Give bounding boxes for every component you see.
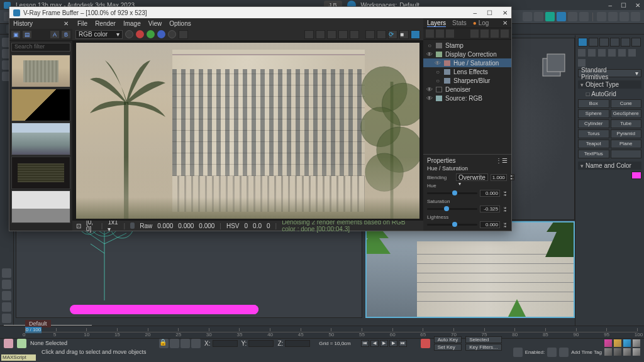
toolbar-icon[interactable] bbox=[568, 12, 577, 21]
nav-icon[interactable] bbox=[604, 339, 612, 347]
spin-down[interactable]: ▾ bbox=[509, 177, 514, 180]
y-field[interactable] bbox=[248, 340, 274, 347]
color-swatch[interactable] bbox=[631, 172, 641, 179]
layer-sharpen-blur[interactable]: ○Sharpen/Blur bbox=[423, 76, 511, 85]
sidebar-icon[interactable] bbox=[2, 280, 11, 289]
system-icon[interactable] bbox=[578, 59, 586, 67]
key-button[interactable] bbox=[421, 339, 430, 348]
history-thumb[interactable] bbox=[11, 55, 70, 87]
vfb-tool-icon[interactable] bbox=[316, 30, 325, 39]
menu-render[interactable]: Render bbox=[95, 20, 116, 27]
x-field[interactable] bbox=[213, 340, 238, 347]
layer-folder-icon[interactable] bbox=[436, 30, 444, 38]
history-thumb[interactable] bbox=[11, 156, 70, 189]
toolbar-icon[interactable] bbox=[608, 12, 618, 21]
primitive-cone[interactable]: Cone bbox=[611, 99, 642, 108]
layer-reset-icon[interactable] bbox=[491, 30, 499, 38]
setkey-button[interactable]: Set Key bbox=[434, 344, 462, 351]
helper-icon[interactable] bbox=[618, 49, 626, 57]
history-ab-icon[interactable]: A bbox=[50, 31, 59, 38]
nav-icon[interactable] bbox=[633, 339, 640, 347]
saturation-slider[interactable] bbox=[427, 208, 477, 210]
nav-icon[interactable] bbox=[614, 339, 621, 347]
min-button[interactable]: – bbox=[608, 2, 612, 9]
layer-denoiser[interactable]: 👁Denoiser bbox=[423, 85, 511, 94]
tab-layers[interactable]: Layers bbox=[427, 19, 446, 27]
layer-open-icon[interactable] bbox=[480, 30, 489, 38]
sidebar-icon[interactable] bbox=[2, 302, 11, 312]
nav-icon[interactable] bbox=[623, 348, 631, 356]
layer-del-icon[interactable] bbox=[446, 30, 454, 38]
layer-save-icon[interactable] bbox=[470, 30, 479, 38]
create-tab[interactable] bbox=[578, 38, 587, 47]
render-setup-icon[interactable] bbox=[545, 12, 555, 21]
layer-menu-icon[interactable] bbox=[501, 30, 509, 38]
nav-icon[interactable] bbox=[614, 348, 621, 356]
history-save-icon[interactable]: ▣ bbox=[11, 31, 20, 38]
layer-stamp[interactable]: ○Stamp bbox=[423, 41, 511, 50]
status-icon[interactable] bbox=[180, 339, 190, 348]
layer-hue-saturation[interactable]: 👁Hue / Saturation bbox=[423, 58, 511, 67]
motion-tab[interactable] bbox=[610, 38, 619, 47]
visibility-icon[interactable]: ○ bbox=[435, 69, 441, 75]
history-thumb[interactable] bbox=[11, 89, 70, 121]
visibility-icon[interactable]: 👁 bbox=[426, 86, 433, 93]
nav-icon[interactable] bbox=[604, 348, 612, 356]
close-button[interactable]: ✕ bbox=[635, 2, 640, 9]
keyfilters-button[interactable]: Key Filters… bbox=[465, 344, 502, 351]
red-toggle[interactable] bbox=[136, 30, 144, 38]
tab-log[interactable]: Log bbox=[473, 19, 489, 26]
status-icon[interactable] bbox=[191, 339, 201, 348]
layer-lens-effects[interactable]: ○Lens Effects bbox=[423, 67, 511, 76]
close-icon[interactable]: ✕ bbox=[502, 19, 508, 26]
selected-dropdown[interactable]: Selected bbox=[465, 336, 502, 343]
modify-tab[interactable] bbox=[589, 38, 598, 47]
history-thumb[interactable] bbox=[11, 123, 70, 155]
saturation-value[interactable]: -0.325 bbox=[480, 206, 500, 212]
light-icon[interactable] bbox=[598, 49, 606, 57]
category-dropdown[interactable]: Standard Primitives▾ bbox=[578, 69, 641, 77]
viewport-front[interactable] bbox=[16, 221, 362, 318]
viewport-shaded[interactable] bbox=[365, 221, 575, 318]
vfb-min-button[interactable]: – bbox=[473, 9, 477, 16]
scale-dropdown[interactable]: 1x1 ▾ bbox=[108, 219, 118, 233]
render-icon[interactable] bbox=[557, 12, 566, 21]
close-icon[interactable]: ✕ bbox=[64, 20, 69, 27]
toolbar-icon[interactable] bbox=[579, 12, 589, 21]
primitive-cylinder[interactable]: Cylinder bbox=[578, 119, 609, 128]
picker-icon[interactable] bbox=[130, 222, 135, 229]
menu-options[interactable]: Options bbox=[169, 20, 191, 27]
sidebar-icon[interactable] bbox=[2, 291, 11, 300]
autokey-button[interactable]: Auto Key bbox=[434, 336, 462, 343]
shape-icon[interactable] bbox=[588, 49, 596, 57]
vfb-tool-icon[interactable] bbox=[350, 30, 359, 39]
layer-add-icon[interactable] bbox=[426, 30, 434, 38]
sidebar-icon[interactable] bbox=[2, 314, 11, 323]
vfb-tool-icon[interactable] bbox=[327, 30, 336, 39]
camera-icon[interactable] bbox=[608, 49, 616, 57]
visibility-icon[interactable]: ○ bbox=[435, 77, 441, 84]
visibility-icon[interactable]: 👁 bbox=[426, 51, 433, 58]
primitive-textplus[interactable]: TextPlus bbox=[578, 150, 609, 158]
history-thumb[interactable] bbox=[11, 190, 70, 223]
vfb-max-button[interactable]: ☐ bbox=[487, 9, 492, 16]
hue-value[interactable]: 0.000 bbox=[480, 190, 500, 197]
menu-image[interactable]: Image bbox=[123, 20, 141, 27]
primitive-sphere[interactable]: Sphere bbox=[578, 109, 609, 118]
lightness-slider[interactable] bbox=[427, 224, 477, 226]
menu-file[interactable]: File bbox=[77, 20, 87, 27]
history-load-icon[interactable]: ▤ bbox=[23, 31, 31, 38]
autogrid-checkbox[interactable]: ☐ AutoGrid bbox=[586, 90, 641, 97]
green-toggle[interactable] bbox=[147, 30, 155, 38]
tab-stats[interactable]: Stats bbox=[452, 19, 467, 26]
toolbar-icon[interactable] bbox=[534, 12, 543, 21]
visibility-icon[interactable]: 👁 bbox=[426, 95, 433, 102]
toolbar-icon[interactable] bbox=[523, 12, 532, 21]
z-field[interactable] bbox=[285, 340, 310, 347]
refresh-icon[interactable]: ⟳ bbox=[388, 30, 397, 39]
section-object-type[interactable]: Object Type bbox=[578, 80, 641, 89]
primitive-geosphere[interactable]: GeoSphere bbox=[611, 109, 642, 118]
rgb-toggle[interactable] bbox=[125, 30, 133, 38]
isolate-icon[interactable] bbox=[513, 348, 523, 357]
menu-view[interactable]: View bbox=[148, 20, 162, 27]
